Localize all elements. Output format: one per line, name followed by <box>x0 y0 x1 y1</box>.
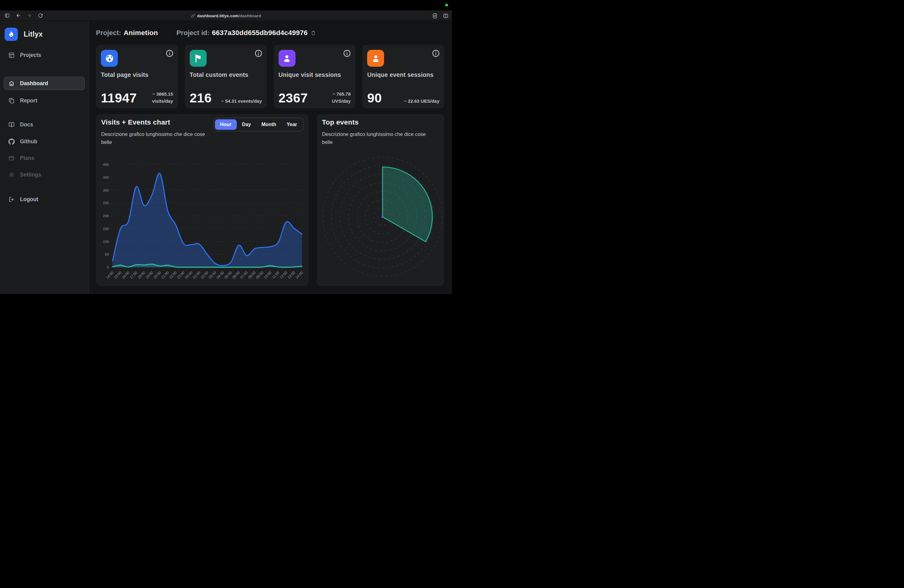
sidebar-item-dashboard[interactable]: Dashboard <box>4 77 85 90</box>
stat-card: Total page visits11947~ 3865.15visits/da… <box>96 45 178 108</box>
x-tick-label: 23:00 <box>177 270 185 280</box>
y-tick-label: 0 <box>107 266 109 269</box>
sidebar: Litlyx ProjectsDashboardReportDocsGithub… <box>0 21 89 294</box>
sidebar-item-label: Plans <box>20 155 35 161</box>
url-path: /dashboard <box>239 14 261 18</box>
x-tick-label: 07:00 <box>240 270 248 280</box>
split-view-icon[interactable] <box>442 12 449 19</box>
x-tick-label: 19:00 <box>145 270 154 280</box>
x-tick-label: 16:00 <box>121 270 130 280</box>
stat-card-value: 216 <box>190 92 212 104</box>
brand-name: Litlyx <box>24 30 43 38</box>
stat-card-rate: ~ 3865.15visits/day <box>152 90 173 105</box>
x-tick-label: 05:00 <box>224 270 233 280</box>
x-tick-label: 17:00 <box>129 270 138 280</box>
sidebar-item-label: Settings <box>20 172 41 178</box>
x-tick-label: 13:00 <box>287 270 296 280</box>
stat-card: Unique visit sessions2367~ 765.78UVS/day <box>273 45 356 108</box>
sidebar-nav: ProjectsDashboardReportDocsGithubPlansSe… <box>0 48 89 206</box>
info-icon[interactable] <box>254 49 262 57</box>
logout-icon <box>8 196 15 203</box>
layout-icon <box>8 52 15 58</box>
info-icon[interactable] <box>166 49 174 57</box>
stat-card: Unique event sessions90~ 22.63 UES/day <box>362 45 444 108</box>
stat-card-value: 90 <box>367 92 382 104</box>
url-host: dashboard.litlyx.com <box>197 14 239 18</box>
project-id-label: Project id: <box>177 29 210 37</box>
tab-month[interactable]: Month <box>256 119 281 130</box>
docs-icon <box>8 122 15 128</box>
page-settings-icon[interactable] <box>431 12 438 19</box>
reload-icon[interactable] <box>37 12 44 19</box>
x-tick-label: 04:00 <box>216 270 225 280</box>
y-tick-label: 350 <box>103 175 109 179</box>
address-bar[interactable]: dashboard.litlyx.com/dashboard <box>191 11 261 21</box>
sidebar-item-label: Report <box>20 98 37 104</box>
stat-card: Total custom events216~ 54.31 events/day <box>185 45 267 108</box>
sidebar-item-projects[interactable]: Projects <box>4 48 85 62</box>
sidebar-item-label: Github <box>20 138 37 145</box>
back-icon[interactable] <box>15 12 22 19</box>
tab-day[interactable]: Day <box>237 119 256 130</box>
visits-chart-title: Visits + Events chart <box>101 119 170 126</box>
stat-card-rate: ~ 54.31 events/day <box>221 98 262 104</box>
x-tick-label: 14:00 <box>295 270 304 280</box>
info-icon <box>254 49 262 57</box>
sidebar-item-logout[interactable]: Logout <box>4 193 85 206</box>
x-tick-label: 00:00 <box>184 270 193 280</box>
y-tick-label: 300 <box>103 188 109 192</box>
info-icon <box>343 49 351 57</box>
settings-icon <box>8 172 15 178</box>
event-sector-small[interactable] <box>381 216 383 218</box>
forward-icon[interactable] <box>26 12 33 19</box>
titlebar <box>0 0 452 11</box>
x-tick-label: 20:00 <box>153 270 162 280</box>
top-events-title: Top events <box>322 119 359 126</box>
sidebar-item-label: Projects <box>20 52 41 58</box>
stat-card-title: Total page visits <box>101 71 173 78</box>
x-tick-label: 21:00 <box>161 270 169 280</box>
visits-events-chart: 05010015020025030035040014:0015:0016:001… <box>100 160 305 283</box>
x-tick-label: 06:00 <box>232 270 240 280</box>
sidebar-toggle-icon[interactable] <box>4 12 11 19</box>
copy-project-id-button[interactable] <box>311 30 316 35</box>
stat-card-rate: ~ 22.63 UES/day <box>404 98 440 104</box>
sidebar-item-label: Docs <box>20 122 33 128</box>
sidebar-item-label: Dashboard <box>20 80 48 87</box>
y-tick-label: 150 <box>103 227 109 231</box>
top-events-subtitle: Descrizione grafico lunghissimo che dice… <box>322 130 434 146</box>
globe-icon <box>101 50 118 67</box>
info-icon[interactable] <box>343 49 351 57</box>
flag-icon <box>190 50 207 67</box>
stat-card-title: Unique event sessions <box>367 71 439 78</box>
sidebar-item-label: Logout <box>20 196 38 203</box>
visits-chart-subtitle: Descrizione grafico lunghissimo che dice… <box>101 130 213 146</box>
x-tick-label: 10:00 <box>263 270 272 280</box>
sidebar-item-plans[interactable]: Plans <box>4 151 85 165</box>
page-header: Project: Animetion Project id: 6637a30dd… <box>96 29 316 37</box>
info-icon[interactable] <box>432 49 440 57</box>
x-tick-label: 14:00 <box>106 270 114 280</box>
tab-hour[interactable]: Hour <box>215 119 237 130</box>
x-tick-label: 22:00 <box>169 270 177 280</box>
x-tick-label: 01:00 <box>192 270 201 280</box>
top-events-panel: Top events Descrizione grafico lunghissi… <box>317 114 444 286</box>
event-sector[interactable] <box>382 167 432 242</box>
project-id: 6637a30dd655db96d4c49976 <box>212 29 308 37</box>
user-icon <box>367 50 384 67</box>
visits-series-area <box>112 173 302 267</box>
tab-year[interactable]: Year <box>281 119 302 130</box>
y-tick-label: 200 <box>103 214 109 218</box>
project-label: Project: <box>96 29 121 37</box>
y-tick-label: 400 <box>103 163 109 166</box>
info-icon <box>432 49 440 57</box>
stat-card-rate: ~ 765.78UVS/day <box>332 90 351 105</box>
stat-card-value: 2367 <box>278 92 308 104</box>
sidebar-item-docs[interactable]: Docs <box>4 118 85 131</box>
sidebar-item-settings[interactable]: Settings <box>4 168 85 182</box>
x-tick-label: 09:00 <box>255 270 264 280</box>
sidebar-item-github[interactable]: Github <box>4 135 85 148</box>
stat-card-value: 11947 <box>101 92 137 104</box>
x-tick-label: 18:00 <box>137 270 146 280</box>
sidebar-item-report[interactable]: Report <box>4 94 85 107</box>
